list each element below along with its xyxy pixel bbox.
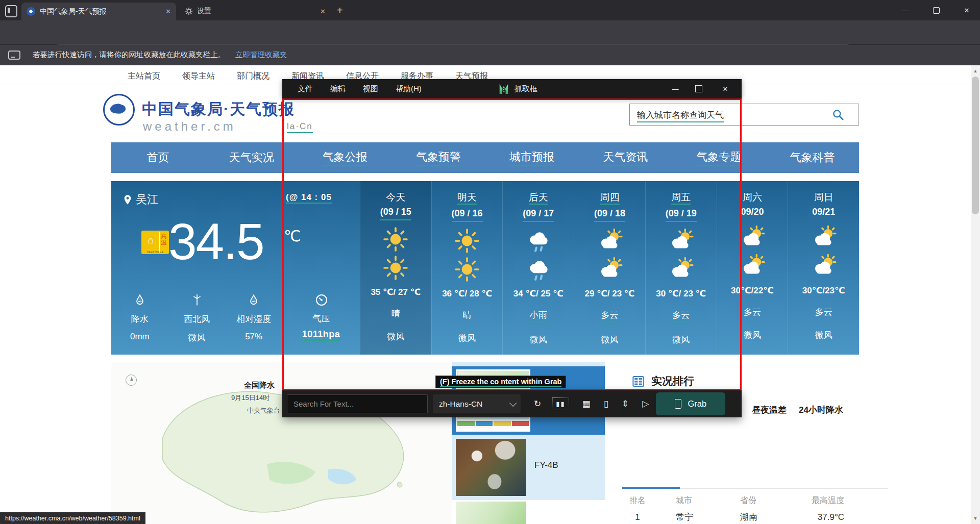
- navbar-item[interactable]: 天气资讯: [579, 142, 672, 173]
- site-navbar: 首页 天气实况 气象公报 气象预警 城市预报 天气资讯 气象专题 气象科普: [111, 142, 859, 173]
- gauge-icon-slot: [314, 292, 329, 308]
- manage-favorites-link[interactable]: 立即管理收藏夹: [235, 50, 287, 60]
- scroll-up-icon[interactable]: ▲: [971, 66, 980, 76]
- top-nav-link[interactable]: 主站首页: [128, 71, 160, 82]
- grab-search-input[interactable]: Search For Text...: [287, 394, 428, 413]
- city-search-box[interactable]: 输入城市名称查询天气: [629, 104, 859, 126]
- grab-button[interactable]: Grab: [656, 392, 725, 415]
- grab-resize-icon[interactable]: ⇕: [622, 398, 629, 409]
- heat-alert-badge[interactable]: ⌂ 高温 HEAT WAVE: [141, 231, 169, 254]
- time-pressure-column: (@ 14 : 05 气压 1011hpa: [282, 181, 360, 355]
- tab-close-icon[interactable]: ✕: [165, 8, 171, 15]
- language-value: zh-Hans-CN: [439, 400, 482, 409]
- tab-close-icon[interactable]: ✕: [320, 8, 326, 15]
- forecast-column[interactable]: 今天 (09 / 15 35 ℃/ 27 ℃ 晴 微风: [360, 181, 431, 355]
- weather-metric: 降水 0mm: [111, 289, 168, 355]
- current-temperature: 34.5: [168, 216, 264, 267]
- current-city: 吴江: [124, 192, 158, 207]
- grab-pause-icon[interactable]: ▮▮: [552, 397, 569, 410]
- ranking-header: 实况排行: [631, 374, 694, 388]
- scroll-down-icon[interactable]: ▼: [971, 514, 980, 523]
- grab-window-title: 抓取框: [514, 84, 537, 94]
- heat-alert-text: 高温: [159, 232, 168, 253]
- grab-play-icon[interactable]: ▷: [642, 398, 649, 409]
- phone-icon: [675, 399, 681, 409]
- cma-favicon-icon: [27, 7, 35, 16]
- gear-icon: [185, 7, 193, 15]
- site-domain: weather.cm: [143, 119, 236, 134]
- favorites-hub-icon[interactable]: [8, 51, 20, 60]
- menu-edit[interactable]: 编辑: [330, 84, 346, 94]
- tab-actions-icon[interactable]: [5, 5, 17, 17]
- pressure-gauge-icon: [314, 292, 329, 308]
- menu-view[interactable]: 视图: [363, 84, 378, 94]
- map-product-thumbnail: [456, 502, 526, 524]
- partly-cloudy-icon: [597, 257, 623, 282]
- forecast-column[interactable]: 周五 (09 / 19 30 ℃/ 23 ℃ 多云 微风: [645, 181, 717, 355]
- navbar-item[interactable]: 气象专题: [672, 142, 766, 173]
- grab-close-icon[interactable]: ✕: [714, 79, 737, 98]
- forecast-column[interactable]: 周日 09/21 30℃/23℃ 多云 微风: [788, 181, 859, 355]
- map-source: 中央气象台: [247, 406, 280, 415]
- navbar-item[interactable]: 天气实况: [205, 142, 298, 173]
- web-page: 主站首页 领导主站 部门概况 新闻资讯 信息公开 服务办事 天气预报 中国气象局…: [0, 65, 980, 524]
- navbar-item[interactable]: 首页: [111, 142, 205, 173]
- forecast-columns: 今天 (09 / 15 35 ℃/ 27 ℃ 晴 微风 明天 (09 / 16: [360, 181, 859, 355]
- partly-cloudy-icon: [668, 257, 694, 282]
- grab-maximize-icon[interactable]: [687, 79, 710, 98]
- compass-icon: [126, 375, 137, 386]
- forecast-column[interactable]: 明天 (09 / 16 36 ℃/ 28 ℃ 晴 微风: [431, 181, 503, 355]
- sun-icon: [454, 228, 480, 254]
- grab-minimize-icon[interactable]: —: [664, 79, 687, 98]
- grab-tooltip: (F) Freeze the co ntent within Grab: [435, 376, 566, 388]
- language-dropdown[interactable]: zh-Hans-CN: [433, 394, 521, 413]
- location-pin-icon: [124, 194, 132, 205]
- forecast-column[interactable]: 周六 09/20 30℃/22℃ 多云 微风: [717, 181, 788, 355]
- browser-tab-weather[interactable]: 中国气象局-天气预报 ✕: [21, 3, 176, 20]
- forecast-column[interactable]: 周四 (09 / 18 29 ℃/ 23 ℃ 多云 微风: [574, 181, 645, 355]
- sun-icon: [383, 255, 408, 281]
- chevron-down-icon: [509, 399, 517, 406]
- grab-window-titlebar[interactable]: 文件 编辑 视图 帮助(H) 抓取框 — ✕: [282, 79, 742, 98]
- favorites-message: 若要进行快速访问，请将你的网址收藏放在此收藏夹栏上。: [33, 50, 225, 60]
- ranking-header-row: 排名 城市 省份 最高温度: [622, 493, 847, 508]
- window-maximize-button[interactable]: [925, 0, 947, 20]
- search-icon[interactable]: [831, 108, 845, 121]
- new-tab-button[interactable]: +: [337, 5, 343, 16]
- navbar-item[interactable]: 气象科普: [766, 142, 859, 173]
- window-close-button[interactable]: ✕: [955, 0, 978, 20]
- map-title: 全国降水: [244, 381, 275, 390]
- grab-device-icon[interactable]: ▯: [604, 398, 608, 409]
- browser-status-bar: https://weather.cma.cn/web/weather/58359…: [0, 512, 145, 524]
- site-title: 中国气象局·天气预报: [142, 99, 295, 120]
- tab-title: 设置: [197, 7, 316, 16]
- page-scrollbar[interactable]: ▲ ▼: [971, 65, 980, 524]
- forecast-column[interactable]: 后天 (09 / 17 34 ℃/ 25 ℃ 小雨 微风: [502, 181, 574, 355]
- tab-day-night-range[interactable]: 昼夜温差: [752, 404, 787, 416]
- navbar-item[interactable]: 城市预报: [485, 142, 579, 173]
- weather-metric: 西北风 微风: [168, 289, 226, 355]
- window-minimize-button[interactable]: —: [894, 0, 917, 20]
- scrollbar-thumb[interactable]: [972, 77, 979, 214]
- satellite-thumbnail: [456, 439, 526, 496]
- grab-refresh-icon[interactable]: ↻: [534, 398, 541, 409]
- grab-grid-icon[interactable]: ▦: [582, 398, 591, 409]
- tab-title: 中国气象局-天气预报: [40, 7, 161, 16]
- menu-help[interactable]: 帮助(H): [396, 84, 422, 94]
- navbar-item[interactable]: 气象预警: [391, 142, 485, 173]
- navbar-item[interactable]: 气象公报: [298, 142, 391, 173]
- droplet-icon: [133, 292, 146, 308]
- satellite-card[interactable]: FY-4B: [452, 437, 605, 498]
- top-nav-link[interactable]: 领导主站: [182, 71, 215, 82]
- city-name: 吴江: [136, 192, 158, 207]
- browser-tab-settings[interactable]: 设置 ✕: [180, 4, 331, 18]
- top-nav-link[interactable]: 部门概况: [237, 71, 270, 82]
- precipitation-map[interactable]: 全国降水 9月15日14时 中央气象台: [111, 362, 452, 524]
- live-ranking-panel: 实况排行 昼夜温差 24小时降水 排名 城市 省份 最高温度 1 常宁 湖南 3…: [605, 362, 891, 524]
- cma-logo: [103, 94, 135, 126]
- tab-24h-precip[interactable]: 24小时降水: [799, 404, 843, 416]
- rain-icon: [526, 257, 551, 282]
- menu-file[interactable]: 文件: [298, 84, 313, 94]
- sun-icon: [454, 257, 480, 282]
- map-product-card-partial[interactable]: [452, 500, 605, 524]
